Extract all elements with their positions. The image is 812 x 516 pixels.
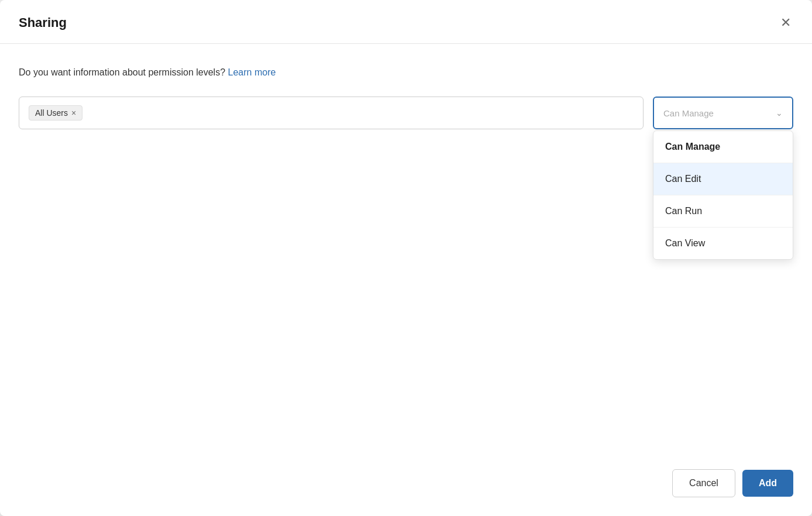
dialog-title: Sharing xyxy=(19,15,67,30)
permission-select-button[interactable]: Can Manage ⌄ xyxy=(653,97,793,129)
dialog-header: Sharing ✕ xyxy=(0,0,812,44)
user-input-field[interactable]: All Users × xyxy=(19,97,644,129)
dialog-body: Do you want information about permission… xyxy=(0,44,812,469)
permission-dropdown-menu: Can Manage Can Edit Can Run Can View xyxy=(653,130,793,260)
info-text-main: Do you want information about permission… xyxy=(19,67,225,77)
chevron-down-icon: ⌄ xyxy=(776,108,783,118)
learn-more-link[interactable]: Learn more xyxy=(228,67,276,77)
permission-dropdown: Can Manage ⌄ Can Manage Can Edit Can Run… xyxy=(653,97,793,129)
dropdown-item-can-view[interactable]: Can View xyxy=(653,228,793,259)
dropdown-item-can-manage[interactable]: Can Manage xyxy=(653,131,793,163)
add-button[interactable]: Add xyxy=(742,470,793,497)
dropdown-item-can-run[interactable]: Can Run xyxy=(653,195,793,228)
cancel-button[interactable]: Cancel xyxy=(672,469,735,497)
sharing-dialog: Sharing ✕ Do you want information about … xyxy=(0,0,812,516)
user-tag-remove-button[interactable]: × xyxy=(71,109,76,117)
permission-selected-label: Can Manage xyxy=(663,108,714,118)
close-button[interactable]: ✕ xyxy=(778,14,793,32)
input-row: All Users × Can Manage ⌄ Can Manage Can … xyxy=(19,97,793,129)
dialog-footer: Cancel Add xyxy=(0,469,812,516)
user-tag: All Users × xyxy=(29,105,82,121)
user-tag-label: All Users xyxy=(35,108,68,118)
info-text: Do you want information about permission… xyxy=(19,67,793,78)
dropdown-item-can-edit[interactable]: Can Edit xyxy=(653,163,793,195)
